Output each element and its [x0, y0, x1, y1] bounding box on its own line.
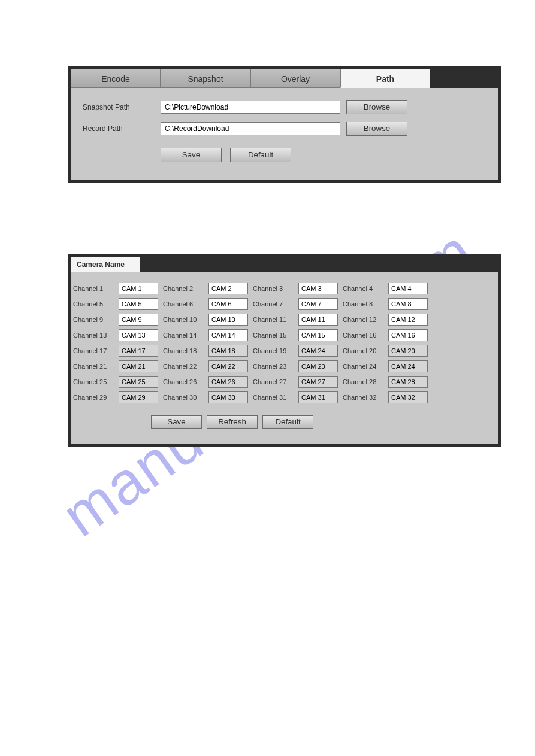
channel-label: Channel 10: [163, 316, 206, 323]
channel-label: Channel 16: [343, 332, 386, 339]
tab-camera-name[interactable]: Camera Name: [71, 257, 140, 272]
snapshot-path-input[interactable]: [161, 101, 340, 114]
channel-input[interactable]: [208, 314, 248, 326]
channel-label: Channel 25: [73, 378, 116, 385]
channel-label: Channel 20: [343, 347, 386, 354]
path-settings-panel: Encode Snapshot Overlay Path Snapshot Pa…: [68, 66, 501, 183]
channel-label: Channel 5: [73, 300, 116, 308]
channel-input[interactable]: [388, 391, 428, 403]
record-path-label: Record Path: [79, 125, 161, 133]
refresh-button[interactable]: Refresh: [207, 415, 258, 429]
channel-label: Channel 4: [343, 285, 386, 292]
channel-label: Channel 1: [73, 285, 116, 292]
save-button[interactable]: Save: [161, 148, 222, 162]
channel-input[interactable]: [298, 391, 338, 403]
channel-input[interactable]: [119, 345, 158, 357]
channel-label: Channel 24: [343, 363, 386, 370]
channel-label: Channel 6: [163, 300, 206, 308]
channel-input[interactable]: [119, 314, 158, 326]
channel-input[interactable]: [119, 360, 158, 372]
channel-label: Channel 30: [163, 394, 206, 401]
save-button[interactable]: Save: [151, 415, 202, 429]
channel-input[interactable]: [388, 283, 428, 294]
channel-input[interactable]: [298, 360, 338, 372]
channel-input[interactable]: [119, 298, 158, 310]
channel-label: Channel 8: [343, 300, 386, 308]
channel-label: Channel 31: [253, 394, 296, 401]
camera-name-panel: Camera Name Channel 1Channel 2Channel 3C…: [68, 254, 501, 447]
channel-label: Channel 21: [73, 363, 116, 370]
channel-input[interactable]: [208, 329, 248, 341]
channel-label: Channel 19: [253, 347, 296, 354]
channel-input[interactable]: [388, 298, 428, 310]
channel-input[interactable]: [208, 376, 248, 388]
channel-input[interactable]: [298, 376, 338, 388]
channel-label: Channel 14: [163, 332, 206, 339]
channel-label: Channel 9: [73, 316, 116, 323]
channel-input[interactable]: [388, 314, 428, 326]
channel-label: Channel 32: [343, 394, 386, 401]
channel-input[interactable]: [298, 298, 338, 310]
channel-label: Channel 28: [343, 378, 386, 385]
channel-label: Channel 23: [253, 363, 296, 370]
channel-input[interactable]: [298, 329, 338, 341]
snapshot-path-label: Snapshot Path: [79, 103, 161, 111]
record-path-input[interactable]: [161, 122, 340, 135]
channel-input[interactable]: [388, 329, 428, 341]
tab-strip: Encode Snapshot Overlay Path: [71, 69, 498, 88]
channel-label: Channel 13: [73, 332, 116, 339]
channel-label: Channel 29: [73, 394, 116, 401]
channel-input[interactable]: [388, 345, 428, 357]
tab-overlay[interactable]: Overlay: [250, 69, 340, 88]
channel-input[interactable]: [388, 360, 428, 372]
default-button[interactable]: Default: [262, 415, 313, 429]
channel-grid: Channel 1Channel 2Channel 3Channel 4Chan…: [73, 283, 496, 403]
channel-label: Channel 3: [253, 285, 296, 292]
tab-strip-2: Camera Name: [71, 257, 498, 272]
tab-snapshot[interactable]: Snapshot: [161, 69, 250, 88]
channel-input[interactable]: [388, 376, 428, 388]
channel-label: Channel 22: [163, 363, 206, 370]
channel-input[interactable]: [208, 391, 248, 403]
default-button[interactable]: Default: [230, 148, 291, 162]
channel-input[interactable]: [298, 345, 338, 357]
channel-input[interactable]: [119, 391, 158, 403]
snapshot-browse-button[interactable]: Browse: [346, 100, 407, 114]
channel-label: Channel 11: [253, 316, 296, 323]
channel-label: Channel 2: [163, 285, 206, 292]
channel-input[interactable]: [119, 329, 158, 341]
channel-label: Channel 18: [163, 347, 206, 354]
channel-label: Channel 17: [73, 347, 116, 354]
channel-input[interactable]: [208, 298, 248, 310]
channel-label: Channel 27: [253, 378, 296, 385]
channel-input[interactable]: [119, 376, 158, 388]
channel-input[interactable]: [208, 345, 248, 357]
channel-label: Channel 15: [253, 332, 296, 339]
channel-label: Channel 7: [253, 300, 296, 308]
channel-input[interactable]: [119, 283, 158, 294]
channel-label: Channel 12: [343, 316, 386, 323]
channel-input[interactable]: [208, 283, 248, 294]
tab-path[interactable]: Path: [340, 69, 430, 88]
channel-label: Channel 26: [163, 378, 206, 385]
channel-input[interactable]: [298, 314, 338, 326]
tab-encode[interactable]: Encode: [71, 69, 161, 88]
record-browse-button[interactable]: Browse: [346, 122, 407, 136]
channel-input[interactable]: [298, 283, 338, 294]
channel-input[interactable]: [208, 360, 248, 372]
